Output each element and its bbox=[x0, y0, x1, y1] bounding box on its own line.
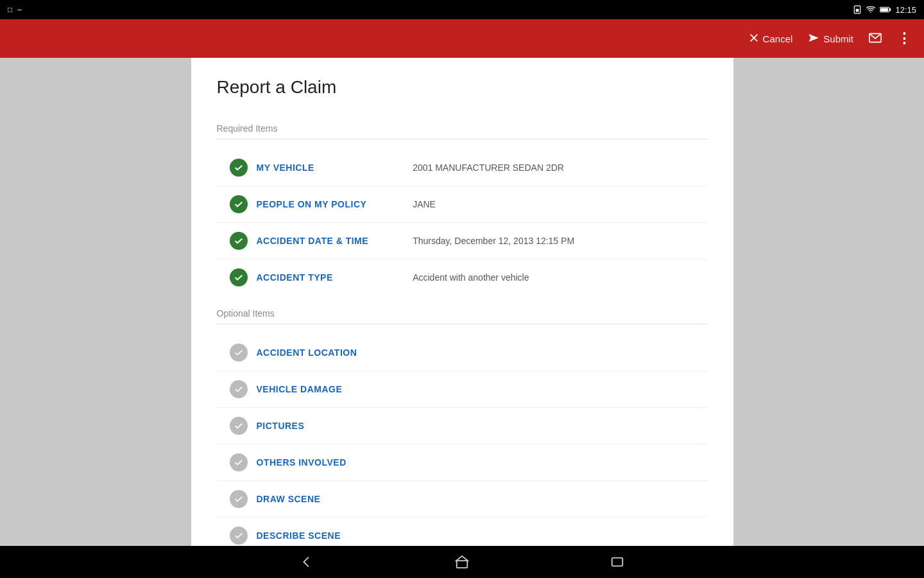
draw-scene-label: DRAW SCENE bbox=[257, 494, 708, 504]
more-button[interactable]: ⋮ bbox=[897, 30, 911, 47]
svg-rect-5 bbox=[881, 8, 889, 11]
optional-item-accident-location[interactable]: ACCIDENT LOCATION bbox=[217, 335, 708, 371]
accident-date-time-value: Thursday, December 12, 2013 12:15 PM bbox=[413, 236, 707, 246]
required-section-label: Required Items bbox=[217, 123, 708, 134]
optional-items-list: ACCIDENT LOCATION VEHICLE DAMAGE PICTURE… bbox=[217, 335, 708, 546]
required-item-my-vehicle[interactable]: MY VEHICLE 2001 MANUFACTURER SEDAN 2DR bbox=[217, 150, 708, 186]
sim-icon: □ bbox=[8, 5, 12, 14]
check-vehicle-damage bbox=[230, 380, 248, 398]
home-button[interactable] bbox=[455, 555, 469, 569]
check-accident-type bbox=[230, 268, 248, 286]
check-people-on-policy bbox=[230, 195, 248, 213]
svg-rect-10 bbox=[457, 561, 468, 568]
status-bar-right: 12:15 bbox=[853, 5, 916, 15]
svg-point-2 bbox=[871, 12, 872, 13]
email-icon bbox=[869, 33, 882, 45]
sim-card-icon bbox=[853, 5, 862, 14]
optional-divider bbox=[217, 324, 708, 324]
check-accident-location bbox=[230, 344, 248, 362]
accident-date-time-label: ACCIDENT DATE & TIME bbox=[257, 236, 404, 246]
signal-icon: – bbox=[17, 5, 22, 14]
optional-item-describe-scene[interactable]: DESCRIBE SCENE bbox=[217, 518, 708, 546]
vehicle-damage-label: VEHICLE DAMAGE bbox=[257, 384, 708, 394]
optional-item-others-involved[interactable]: OTHERS INVOLVED bbox=[217, 444, 708, 481]
submit-icon bbox=[808, 33, 819, 45]
required-item-people-on-policy[interactable]: PEOPLE ON MY POLICY JANE bbox=[217, 186, 708, 223]
back-button[interactable] bbox=[300, 555, 314, 569]
people-on-policy-value: JANE bbox=[413, 199, 707, 209]
required-item-accident-date-time[interactable]: ACCIDENT DATE & TIME Thursday, December … bbox=[217, 223, 708, 259]
accident-type-value: Accident with another vehicle bbox=[413, 272, 707, 283]
email-button[interactable] bbox=[869, 33, 882, 45]
wifi-icon bbox=[866, 5, 876, 14]
check-my-vehicle bbox=[230, 159, 248, 177]
main-layout: Report a Claim Required Items MY VEHICLE… bbox=[0, 58, 924, 546]
content-area: Report a Claim Required Items MY VEHICLE… bbox=[191, 58, 733, 546]
optional-section-label: Optional Items bbox=[217, 308, 708, 319]
toolbar: Cancel Submit ⋮ bbox=[0, 19, 924, 58]
my-vehicle-value: 2001 MANUFACTURER SEDAN 2DR bbox=[413, 162, 707, 173]
check-pictures bbox=[230, 417, 248, 435]
cancel-button[interactable]: Cancel bbox=[749, 33, 793, 45]
status-bar-left: □ – bbox=[8, 5, 22, 14]
others-involved-label: OTHERS INVOLVED bbox=[257, 457, 708, 468]
optional-item-vehicle-damage[interactable]: VEHICLE DAMAGE bbox=[217, 371, 708, 408]
cancel-label: Cancel bbox=[763, 33, 793, 44]
optional-section: Optional Items ACCIDENT LOCATION VEHICLE… bbox=[217, 308, 708, 546]
svg-rect-1 bbox=[856, 9, 859, 12]
check-others-involved bbox=[230, 453, 248, 471]
cancel-icon bbox=[749, 33, 759, 45]
bottom-nav bbox=[0, 546, 924, 578]
battery-icon bbox=[880, 6, 891, 13]
submit-label: Submit bbox=[823, 33, 853, 44]
describe-scene-label: DESCRIBE SCENE bbox=[257, 530, 708, 541]
pictures-label: PICTURES bbox=[257, 421, 708, 431]
page-title: Report a Claim bbox=[217, 77, 708, 98]
accident-type-label: ACCIDENT TYPE bbox=[257, 272, 404, 283]
optional-item-pictures[interactable]: PICTURES bbox=[217, 408, 708, 444]
status-time: 12:15 bbox=[895, 5, 916, 15]
sidebar-left bbox=[0, 58, 191, 546]
more-icon: ⋮ bbox=[897, 30, 911, 47]
my-vehicle-label: MY VEHICLE bbox=[257, 162, 404, 173]
recents-button[interactable] bbox=[610, 555, 624, 569]
svg-rect-11 bbox=[612, 558, 623, 566]
optional-item-draw-scene[interactable]: DRAW SCENE bbox=[217, 481, 708, 518]
sidebar-right bbox=[733, 58, 925, 546]
required-section: Required Items MY VEHICLE 2001 MANUFACTU… bbox=[217, 123, 708, 295]
people-on-policy-label: PEOPLE ON MY POLICY bbox=[257, 199, 404, 209]
status-bar: □ – 12:15 bbox=[0, 0, 924, 19]
required-divider bbox=[217, 139, 708, 139]
check-describe-scene bbox=[230, 527, 248, 545]
svg-marker-8 bbox=[809, 34, 819, 42]
required-items-list: MY VEHICLE 2001 MANUFACTURER SEDAN 2DR P… bbox=[217, 150, 708, 295]
check-accident-date-time bbox=[230, 232, 248, 250]
accident-location-label: ACCIDENT LOCATION bbox=[257, 347, 708, 358]
submit-button[interactable]: Submit bbox=[808, 33, 853, 45]
check-draw-scene bbox=[230, 490, 248, 508]
svg-rect-4 bbox=[889, 8, 891, 12]
required-item-accident-type[interactable]: ACCIDENT TYPE Accident with another vehi… bbox=[217, 259, 708, 295]
